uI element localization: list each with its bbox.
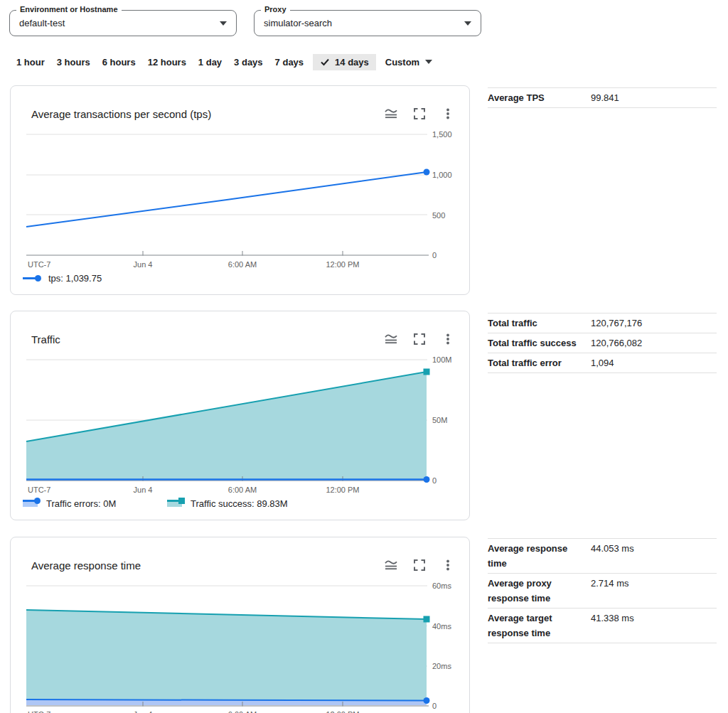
timezone-label: UTC-7 [28,486,50,494]
fullscreen-button[interactable] [411,557,428,574]
fullscreen-icon [413,107,426,120]
time-range-1-hour[interactable]: 1 hour [16,57,45,68]
tps-series-swatch [23,277,40,279]
legend-item-traffic-success: Traffic success: 89.83M [167,497,288,510]
kebab-menu-icon [441,333,454,345]
stats-panel-tps: Average TPS 99.841 [488,87,717,108]
x-tick-label: 6:00 AM [228,260,257,269]
stat-row: Average proxy response time 2.714 ms [488,574,717,609]
environment-select-value: default-test [19,11,65,36]
stat-row: Total traffic 120,767,176 [488,313,717,333]
traffic-success-area [26,372,427,480]
proxy-select-value: simulator-search [264,11,332,36]
time-range-3-days[interactable]: 3 days [234,57,262,68]
time-range-7-days[interactable]: 7 days [275,57,304,68]
stat-value: 120,767,176 [591,316,717,331]
check-icon [320,57,330,67]
stats-panel-traffic: Total traffic 120,767,176 Total traffic … [488,313,717,373]
proxy-response-line [26,699,427,701]
area-chart-icon [384,333,398,345]
legend-label: tps: 1,039.75 [48,273,102,284]
y-tick-label: 500 [432,211,445,220]
card-title: Average response time [31,559,141,572]
time-range-6-hours[interactable]: 6 hours [102,57,136,68]
timezone-label: UTC-7 [28,260,50,269]
proxy-performance-dashboard: { "filters": { "environment": { "label":… [0,0,728,713]
stats-panel-response-time: Average response time 44.053 ms Average … [488,538,717,643]
x-tick-label: 6:00 AM [228,710,257,713]
time-range-14-days-selected[interactable]: 14 days [313,54,376,70]
y-tick-label: 20ms [432,662,451,670]
card-actions [382,331,456,348]
more-options-button[interactable] [439,557,456,574]
fullscreen-icon [413,333,426,345]
chart-type-button[interactable] [382,331,400,348]
fullscreen-icon [413,559,426,572]
tps-end-point-marker [424,169,430,176]
x-tick-label: 12:00 PM [326,710,359,713]
stat-label: Total traffic success [488,336,580,350]
chart-type-button[interactable] [382,557,400,574]
stat-label: Average proxy response time [488,576,580,606]
tps-series-line [26,172,427,227]
x-tick-label: 12:00 PM [326,260,359,269]
area-chart-icon [384,107,398,120]
fullscreen-button[interactable] [411,331,428,348]
legend-label: Traffic errors: 0M [46,498,116,509]
time-range-12-hours[interactable]: 12 hours [148,57,186,68]
x-tick-label: Jun 4 [134,710,153,713]
time-range-custom[interactable]: Custom [385,57,432,68]
more-options-button[interactable] [439,105,456,122]
proxy-select[interactable]: Proxy simulator-search [254,10,481,36]
stat-value: 2.714 ms [591,576,717,606]
card-actions [382,557,456,574]
total-response-area [26,610,427,705]
time-range-3-hours[interactable]: 3 hours [57,57,90,68]
time-range-14-days-label: 14 days [335,57,369,68]
traffic-errors-swatch [23,500,38,507]
stat-value: 44.053 ms [591,541,717,571]
y-tick-label: 60ms [432,581,451,590]
y-tick-label: 0 [432,251,437,259]
area-chart-icon [384,559,398,572]
chart-type-button[interactable] [382,105,400,122]
card-traffic: 100M 50M 0 UTC-7 Jun 4 6:00 AM 12:00 PM … [10,311,470,520]
y-tick-label: 0 [432,476,437,485]
x-tick-label: Jun 4 [134,260,153,269]
traffic-success-line [26,372,427,441]
stat-label: Average target response time [488,611,580,640]
y-tick-label: 50M [432,416,447,424]
traffic-errors-end-marker [424,476,430,483]
more-options-button[interactable] [439,331,456,348]
environment-select[interactable]: Environment or Hostname default-test [9,10,237,36]
legend-item-traffic-errors: Traffic errors: 0M [23,497,116,510]
legend-label: Traffic success: 89.83M [191,498,288,509]
chevron-down-icon [425,60,432,64]
kebab-menu-icon [441,107,454,120]
chart-legend: Traffic errors: 0M Traffic success: 89.8… [23,497,457,510]
kebab-menu-icon [441,559,454,572]
y-tick-label: 1,500 [432,130,452,139]
fullscreen-button[interactable] [411,105,428,122]
y-tick-label: 40ms [432,622,451,631]
stat-row: Total traffic error 1,094 [488,353,717,373]
stat-row: Average response time 44.053 ms [488,539,717,574]
card-title: Traffic [31,333,60,345]
card-average-response-time: 60ms 40ms 20ms 0 UTC-7 Jun 4 6:00 AM 12:… [10,537,470,713]
y-tick-label: 0 [432,702,437,710]
dropdown-arrow-icon [464,21,471,26]
y-tick-label: 1,000 [432,171,452,179]
timezone-label: UTC-7 [28,710,50,713]
time-range-custom-label: Custom [385,57,419,68]
stat-label: Total traffic [488,316,580,331]
x-tick-label: Jun 4 [134,486,153,494]
traffic-success-end-marker [424,369,430,375]
time-range-1-day[interactable]: 1 day [198,57,222,68]
x-tick-label: 12:00 PM [326,486,359,494]
stat-label: Average TPS [488,90,580,105]
stat-value: 99.841 [591,90,717,105]
chart-legend: tps: 1,039.75 [23,272,457,284]
stat-row: Average target response time 41.338 ms [488,609,717,643]
stat-value: 41.338 ms [591,611,717,640]
proxy-response-area [26,699,427,705]
